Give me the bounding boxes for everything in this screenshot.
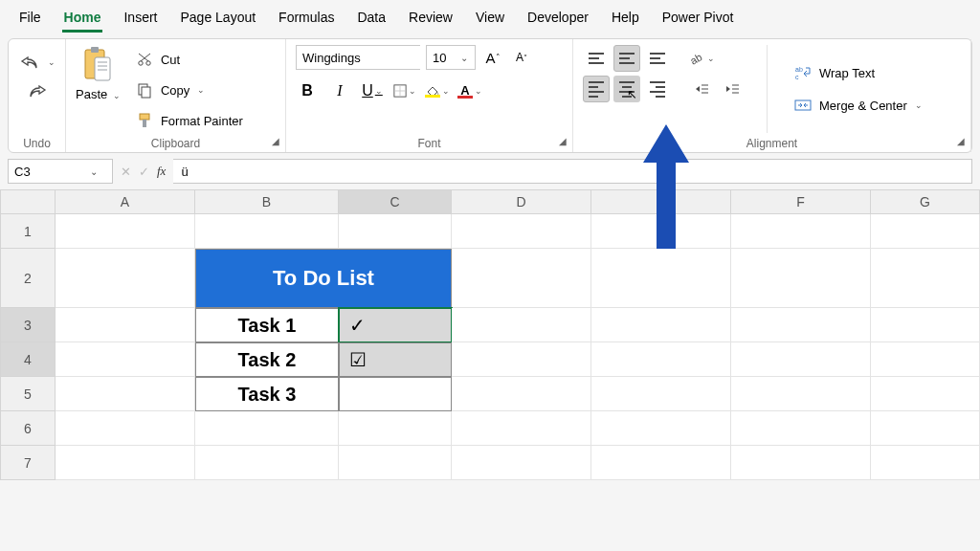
cell[interactable] bbox=[452, 342, 591, 377]
cell[interactable] bbox=[591, 446, 731, 480]
cell[interactable] bbox=[731, 249, 871, 308]
menu-data[interactable]: Data bbox=[345, 4, 397, 31]
row-header-2[interactable]: 2 bbox=[0, 249, 56, 308]
cell[interactable] bbox=[339, 411, 452, 446]
row-header-5[interactable]: 5 bbox=[0, 377, 56, 411]
cell[interactable] bbox=[591, 377, 731, 411]
font-color-button[interactable]: A⌄ bbox=[458, 79, 481, 102]
cell[interactable] bbox=[871, 308, 980, 342]
alignment-launcher-icon[interactable]: ◢ bbox=[957, 136, 965, 146]
merge-center-button[interactable]: Merge & Center⌄ bbox=[789, 93, 926, 118]
chevron-down-icon[interactable]: ⌄ bbox=[456, 53, 473, 63]
cell[interactable] bbox=[871, 249, 980, 308]
cell[interactable] bbox=[731, 214, 871, 249]
cell[interactable] bbox=[871, 214, 980, 249]
cell[interactable] bbox=[452, 214, 591, 249]
cell[interactable] bbox=[452, 308, 591, 342]
cell[interactable] bbox=[591, 308, 731, 342]
copy-button[interactable]: Copy⌄ bbox=[130, 77, 247, 102]
todo-header-cell[interactable]: To Do List bbox=[195, 249, 452, 308]
cell[interactable] bbox=[871, 342, 980, 377]
enter-icon[interactable]: ✓ bbox=[139, 165, 149, 179]
cell[interactable] bbox=[339, 446, 452, 480]
name-box[interactable]: ⌄ bbox=[8, 159, 113, 184]
cell[interactable] bbox=[56, 411, 195, 446]
menu-view[interactable]: View bbox=[464, 4, 516, 31]
col-header-b[interactable]: B bbox=[195, 189, 339, 214]
format-painter-button[interactable]: Format Painter bbox=[130, 108, 247, 133]
menu-power-pivot[interactable]: Power Pivot bbox=[651, 4, 746, 31]
cell[interactable] bbox=[56, 446, 195, 480]
clipboard-launcher-icon[interactable]: ◢ bbox=[272, 136, 279, 146]
row-header-1[interactable]: 1 bbox=[0, 214, 56, 249]
col-header-f[interactable]: F bbox=[731, 189, 871, 214]
font-name-combo[interactable]: ⌄ bbox=[296, 45, 420, 70]
cell[interactable] bbox=[56, 342, 195, 377]
row-header-6[interactable]: 6 bbox=[0, 411, 56, 446]
cell[interactable] bbox=[452, 411, 591, 446]
cell[interactable] bbox=[195, 214, 339, 249]
cell-task[interactable]: Task 3 bbox=[195, 377, 339, 411]
cancel-icon[interactable]: ✕ bbox=[121, 165, 131, 179]
cell[interactable] bbox=[591, 214, 731, 249]
menu-help[interactable]: Help bbox=[600, 4, 651, 31]
decrease-font-button[interactable]: A˅ bbox=[510, 46, 533, 69]
cut-button[interactable]: Cut bbox=[130, 47, 247, 72]
font-size-input[interactable] bbox=[427, 46, 456, 69]
menu-file[interactable]: File bbox=[8, 4, 53, 31]
align-top-button[interactable] bbox=[583, 45, 610, 72]
cell-check[interactable]: ✓ bbox=[339, 308, 452, 342]
menu-page-layout[interactable]: Page Layout bbox=[168, 4, 267, 31]
cell[interactable] bbox=[731, 411, 871, 446]
row-header-3[interactable]: 3 bbox=[0, 308, 56, 342]
cell[interactable] bbox=[452, 249, 591, 308]
cell[interactable] bbox=[452, 377, 591, 411]
increase-indent-button[interactable] bbox=[719, 76, 746, 102]
cell[interactable] bbox=[871, 377, 980, 411]
cell[interactable] bbox=[56, 249, 195, 308]
cell-task[interactable]: Task 2 bbox=[195, 342, 339, 377]
align-center-button[interactable]: ↖ bbox=[613, 76, 640, 102]
row-header-4[interactable]: 4 bbox=[0, 342, 56, 377]
redo-button[interactable] bbox=[23, 81, 52, 100]
cell[interactable] bbox=[339, 214, 452, 249]
chevron-down-icon[interactable]: ⌄ bbox=[85, 166, 102, 177]
increase-font-button[interactable]: A˄ bbox=[481, 46, 504, 69]
name-box-input[interactable] bbox=[9, 165, 85, 179]
bold-button[interactable]: B bbox=[296, 79, 319, 102]
cell[interactable] bbox=[591, 411, 731, 446]
cell-check[interactable]: ☑ bbox=[339, 342, 452, 377]
decrease-indent-button[interactable] bbox=[688, 76, 715, 102]
cell[interactable] bbox=[731, 308, 871, 342]
cell[interactable] bbox=[731, 446, 871, 480]
italic-button[interactable]: I bbox=[328, 79, 351, 102]
font-launcher-icon[interactable]: ◢ bbox=[559, 136, 567, 146]
align-middle-button[interactable] bbox=[613, 45, 640, 72]
cell[interactable] bbox=[56, 214, 195, 249]
cell[interactable] bbox=[195, 411, 339, 446]
undo-button[interactable]: ⌄ bbox=[15, 53, 59, 72]
fx-icon[interactable]: fx bbox=[157, 164, 166, 179]
col-header-e[interactable]: E bbox=[591, 189, 731, 214]
cell[interactable] bbox=[452, 446, 591, 480]
select-all-corner[interactable] bbox=[0, 189, 56, 214]
orientation-button[interactable]: ab⌄ bbox=[688, 45, 715, 72]
cell[interactable] bbox=[731, 342, 871, 377]
borders-button[interactable]: ⌄ bbox=[393, 79, 416, 102]
row-header-7[interactable]: 7 bbox=[0, 446, 56, 480]
paste-label[interactable]: Paste ⌄ bbox=[76, 87, 121, 101]
menu-review[interactable]: Review bbox=[397, 4, 464, 31]
col-header-d[interactable]: D bbox=[452, 189, 591, 214]
menu-formulas[interactable]: Formulas bbox=[267, 4, 345, 31]
fill-color-button[interactable]: ⌄ bbox=[426, 79, 449, 102]
cell[interactable] bbox=[591, 342, 731, 377]
col-header-a[interactable]: A bbox=[56, 189, 195, 214]
menu-home[interactable]: Home bbox=[53, 4, 113, 31]
underline-button[interactable]: U⌄ bbox=[361, 79, 384, 102]
wrap-text-button[interactable]: abc Wrap Text bbox=[789, 60, 926, 85]
align-left-button[interactable] bbox=[583, 76, 610, 102]
cell[interactable] bbox=[591, 249, 731, 308]
align-right-button[interactable] bbox=[644, 76, 671, 102]
col-header-g[interactable]: G bbox=[871, 189, 980, 214]
cell[interactable] bbox=[871, 446, 980, 480]
